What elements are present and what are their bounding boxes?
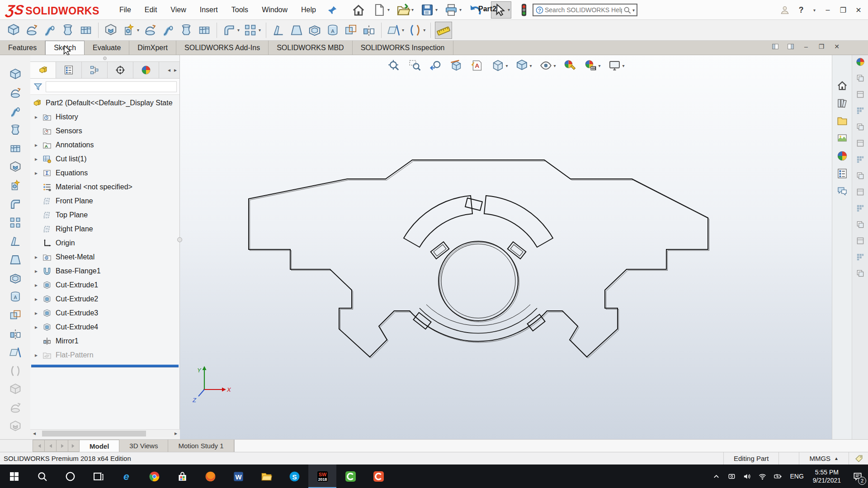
strip-box-3-button[interactable] <box>855 236 865 246</box>
tree-item-cut-extrude1[interactable]: ▸Cut-Extrude1 <box>30 278 179 292</box>
menu-window[interactable]: Window <box>262 6 288 14</box>
tray-power-button[interactable] <box>770 465 786 488</box>
taskbar-solidworks-button[interactable]: SW2018 <box>308 465 336 488</box>
tree-item-sheet-metal[interactable]: ▸Sheet-Metal <box>30 250 179 264</box>
linear-pattern-button[interactable]: ▾ <box>242 22 262 38</box>
strip-grid-3-button[interactable] <box>855 203 865 213</box>
left-mirror-button[interactable] <box>8 326 23 342</box>
help-caret-icon[interactable]: ▾ <box>813 8 816 13</box>
expand-arrow-icon[interactable]: ▸ <box>30 156 42 162</box>
search-input[interactable] <box>544 6 623 14</box>
curves-caret-icon[interactable]: ▾ <box>423 28 425 33</box>
action-center-button[interactable]: 2 <box>847 465 868 488</box>
help-search-box[interactable]: ? ▾ <box>533 4 637 16</box>
help-icon[interactable]: ? <box>796 5 806 15</box>
filter-funnel-icon[interactable] <box>33 82 43 92</box>
taskbar-camtasia-red-button[interactable] <box>364 465 392 488</box>
expand-arrow-icon[interactable]: ▸ <box>30 170 42 176</box>
tree-item-right-plane[interactable]: Right Plane <box>30 222 179 236</box>
panel-grip[interactable] <box>30 55 179 61</box>
strip-box-2-button[interactable] <box>855 187 865 197</box>
tray-network-button[interactable] <box>755 465 770 488</box>
expand-arrow-icon[interactable]: ▸ <box>30 268 42 274</box>
tab-nav-last-button[interactable] <box>68 440 80 452</box>
taskbar-cortana-button[interactable] <box>56 465 84 488</box>
menu-insert[interactable]: Insert <box>200 6 218 14</box>
tray-display-connect-button[interactable] <box>724 465 740 488</box>
swept-cut-button[interactable] <box>160 22 176 38</box>
taskbar-firefox-button[interactable] <box>196 465 224 488</box>
user-account-icon[interactable] <box>780 5 790 15</box>
taskbar-camtasia-green-button[interactable] <box>336 465 364 488</box>
custom-properties-button[interactable] <box>835 167 849 180</box>
search-icon[interactable] <box>623 6 632 14</box>
rollback-bar[interactable] <box>31 365 179 367</box>
menu-help[interactable]: Help <box>301 6 316 14</box>
tab-solidworks-mbd[interactable]: SOLIDWORKS MBD <box>269 41 352 55</box>
instant3d-button[interactable] <box>435 22 452 39</box>
new-document-caret-icon[interactable]: ▾ <box>387 7 390 12</box>
scroll-right-icon[interactable]: ▸ <box>172 430 180 436</box>
tree-item-cut-list-1[interactable]: ▸Cut list(1) <box>30 152 179 166</box>
taskbar-edge-button[interactable]: e <box>112 465 140 488</box>
search-caret-icon[interactable]: ▾ <box>632 8 635 13</box>
tree-item-flat-pattern[interactable]: ▸Flat-Pattern <box>30 348 179 362</box>
select-caret-icon[interactable]: ▾ <box>508 7 510 12</box>
left-revolved-boss-button[interactable] <box>8 85 23 101</box>
solidworks-resources-button[interactable] <box>835 79 849 92</box>
strip-layers-3-button[interactable] <box>855 220 865 230</box>
lofted-boss-button[interactable] <box>60 22 76 38</box>
tree-item-base-flange1[interactable]: ▸Base-Flange1 <box>30 264 179 278</box>
view-palette-button[interactable] <box>835 131 849 145</box>
left-hole-wizard-button[interactable] <box>8 178 23 193</box>
taskbar-file-explorer-button[interactable] <box>252 465 280 488</box>
strip-layers-4-button[interactable] <box>855 268 865 278</box>
panel-splitter-handle[interactable] <box>177 237 182 242</box>
language-indicator[interactable]: ENG <box>788 473 807 480</box>
taskbar-taskbar-search-button[interactable] <box>28 465 56 488</box>
tree-item-origin[interactable]: Origin <box>30 236 179 250</box>
expand-arrow-icon[interactable]: ▸ <box>30 114 42 120</box>
pane-right-icon[interactable] <box>787 42 795 51</box>
tree-item-mirror1[interactable]: Mirror1 <box>30 334 179 348</box>
linear-pattern-caret-icon[interactable]: ▾ <box>259 28 261 33</box>
tag-icon[interactable] <box>854 454 863 463</box>
rib-button[interactable] <box>270 22 287 38</box>
left-wrap-button[interactable]: A <box>8 289 23 305</box>
left-fillet-button[interactable] <box>8 197 23 212</box>
menu-view[interactable]: View <box>170 6 186 14</box>
taskbar-skype-button[interactable]: S <box>280 465 308 488</box>
restore-document-button[interactable]: ❐ <box>817 43 826 50</box>
strip-panel-button[interactable] <box>855 122 865 132</box>
left-extruded-boss-button[interactable] <box>8 67 23 82</box>
home-button[interactable] <box>350 2 367 18</box>
hole-wizard-caret-icon[interactable]: ▾ <box>137 28 139 33</box>
tab-dimxpert[interactable]: DimXpert <box>129 41 176 55</box>
tree-item-material-not-specified[interactable]: Material <not specified> <box>30 180 179 194</box>
new-document-button[interactable]: ▾ <box>371 2 391 18</box>
intersect-button[interactable] <box>343 22 359 38</box>
curves-button[interactable]: ▾ <box>407 22 426 38</box>
boundary-cut-button[interactable] <box>196 22 212 38</box>
expand-arrow-icon[interactable]: ▸ <box>30 296 42 302</box>
revolved-boss-button[interactable] <box>24 22 40 38</box>
feature-manager-tab[interactable] <box>30 62 56 78</box>
tray-hidden-icons-button[interactable] <box>709 465 724 488</box>
taskbar-word-button[interactable]: W <box>224 465 252 488</box>
expand-arrow-icon[interactable]: ▸ <box>30 310 42 316</box>
restore-button[interactable]: ❐ <box>837 6 849 14</box>
menu-file[interactable]: File <box>119 6 131 14</box>
tray-volume-button[interactable] <box>740 465 755 488</box>
reference-geometry-caret-icon[interactable]: ▾ <box>402 28 404 33</box>
tab-evaluate[interactable]: Evaluate <box>85 41 129 55</box>
display-manager-tab[interactable] <box>133 62 159 78</box>
expand-arrow-icon[interactable]: ▸ <box>30 254 42 260</box>
print-caret-icon[interactable]: ▾ <box>459 7 462 12</box>
left-pattern-button[interactable] <box>8 215 23 230</box>
open-button[interactable]: ▾ <box>395 2 415 18</box>
tab-features[interactable]: Features <box>0 41 45 55</box>
tree-item-front-plane[interactable]: Front Plane <box>30 194 179 208</box>
taskbar-microsoft-store-button[interactable] <box>168 465 196 488</box>
menu-tools[interactable]: Tools <box>231 6 248 14</box>
tab-nav-first-button[interactable] <box>33 440 44 452</box>
